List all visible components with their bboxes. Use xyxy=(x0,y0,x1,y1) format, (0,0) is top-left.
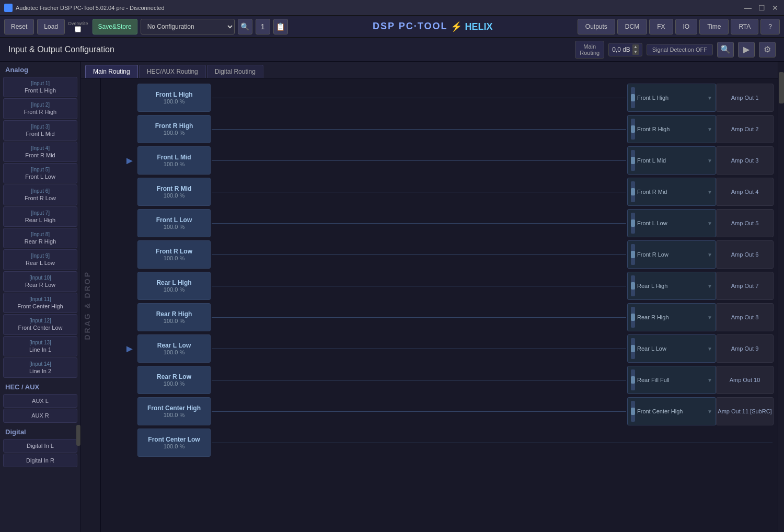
output-block-3[interactable]: Front R Mid▼ xyxy=(627,178,716,206)
output-slider[interactable] xyxy=(631,181,635,202)
db-down-button[interactable]: ▼ xyxy=(632,50,639,55)
tab-io[interactable]: IO xyxy=(675,19,698,34)
sidebar-item-2[interactable]: [Input 3]Front L Mid xyxy=(3,120,77,141)
output-slider[interactable] xyxy=(631,244,635,265)
tab-main-routing[interactable]: Main Routing xyxy=(85,65,138,78)
input-pct: 100.0 % xyxy=(164,286,185,293)
output-dropdown[interactable]: Front L Mid xyxy=(637,157,705,164)
memory-icon-button[interactable]: 📋 xyxy=(273,19,288,34)
input-block-9[interactable]: Rear R Low 100.0 % xyxy=(137,366,211,394)
sidebar-item-7[interactable]: [Input 8]Rear R High xyxy=(3,228,77,248)
channel-button[interactable]: 1 xyxy=(256,19,270,34)
output-block-2[interactable]: Front L Mid▼ xyxy=(627,146,716,175)
input-block-8[interactable]: Rear L Low 100.0 % xyxy=(137,334,211,363)
sidebar-aux-item-0[interactable]: AUX L xyxy=(3,394,77,408)
overwrite-checkbox[interactable] xyxy=(75,26,81,32)
output-dropdown[interactable]: Rear R High xyxy=(637,314,705,320)
sidebar-item-0[interactable]: [Input 1]Front L High xyxy=(3,77,77,97)
input-block-6[interactable]: Rear L High 100.0 % xyxy=(137,272,211,300)
sidebar-digital-item-0[interactable]: Digital In L xyxy=(3,439,77,453)
output-slider[interactable] xyxy=(631,307,635,328)
search-icon-button[interactable]: 🔍 xyxy=(238,19,252,34)
output-slider[interactable] xyxy=(631,338,635,359)
tab-time[interactable]: Time xyxy=(699,19,729,34)
tab-hec-aux-routing[interactable]: HEC/AUX Routing xyxy=(139,65,206,78)
output-slider[interactable] xyxy=(631,87,635,108)
save-store-button[interactable]: Save&Store xyxy=(93,19,137,34)
output-dropdown[interactable]: Rear Fill Full xyxy=(637,377,705,383)
sidebar-item-1[interactable]: [Input 2]Front R High xyxy=(3,98,77,119)
output-slider[interactable] xyxy=(631,119,635,140)
output-dropdown[interactable]: Rear L Low xyxy=(637,345,705,352)
amp-out-label-10: Amp Out 11 [SubRC] xyxy=(716,397,774,425)
sidebar-item-5[interactable]: [Input 6]Front R Low xyxy=(3,184,77,205)
sidebar-item-9[interactable]: [Input 10]Rear R Low xyxy=(3,271,77,292)
input-block-5[interactable]: Front R Low 100.0 % xyxy=(137,240,211,269)
output-block-9[interactable]: Rear Fill Full▼ xyxy=(627,366,716,394)
input-block-1[interactable]: Front R High 100.0 % xyxy=(137,115,211,143)
output-slider[interactable] xyxy=(631,401,635,422)
sidebar-item-4[interactable]: [Input 5]Front L Low xyxy=(3,163,77,183)
output-block-6[interactable]: Rear L High▼ xyxy=(627,272,716,300)
tab-dcm[interactable]: DCM xyxy=(617,19,647,34)
output-block-7[interactable]: Rear R High▼ xyxy=(627,303,716,331)
output-dropdown[interactable]: Front R Low xyxy=(637,251,705,258)
signal-search-button[interactable]: 🔍 xyxy=(717,42,734,57)
scrollbar-thumb[interactable] xyxy=(779,72,784,103)
sidebar-item-11[interactable]: [Input 12]Front Center Low xyxy=(3,314,77,334)
reset-button[interactable]: Reset xyxy=(4,19,34,34)
tab-fx[interactable]: FX xyxy=(649,19,673,34)
output-slider[interactable] xyxy=(631,275,635,296)
load-button[interactable]: Load xyxy=(37,19,65,34)
sidebar-item-13[interactable]: [Input 14]Line In 2 xyxy=(3,357,77,378)
sidebar-digital-item-1[interactable]: Digital In R xyxy=(3,454,77,467)
tab-digital-routing[interactable]: Digital Routing xyxy=(207,65,263,78)
config-dropdown[interactable]: No Configuration xyxy=(141,19,235,34)
close-button[interactable]: ✕ xyxy=(770,3,780,13)
output-dropdown[interactable]: Front L Low xyxy=(637,220,705,226)
equalizer-button[interactable]: ⚙ xyxy=(759,42,776,57)
input-block-10[interactable]: Front Center High 100.0 % xyxy=(137,397,211,425)
db-input-area[interactable]: 0,0 dB ▲ ▼ xyxy=(608,43,642,56)
output-slider[interactable] xyxy=(631,213,635,234)
input-block-2[interactable]: Front L Mid 100.0 % xyxy=(137,146,211,175)
output-dropdown[interactable]: Rear L High xyxy=(637,283,705,289)
sidebar-aux-item-1[interactable]: AUX R xyxy=(3,409,77,422)
minimize-button[interactable]: — xyxy=(743,3,753,13)
output-dropdown[interactable]: Front L High xyxy=(637,95,705,101)
sidebar-item-6[interactable]: [Input 7]Rear L High xyxy=(3,206,77,227)
output-block-10[interactable]: Front Center High▼ xyxy=(627,397,716,425)
dropdown-arrow-icon: ▼ xyxy=(707,158,712,164)
input-block-7[interactable]: Rear R High 100.0 % xyxy=(137,303,211,331)
output-block-8[interactable]: Rear L Low▼ xyxy=(627,334,716,363)
output-dropdown[interactable]: Front R High xyxy=(637,126,705,132)
maximize-button[interactable]: ☐ xyxy=(757,3,766,13)
sidebar-item-10[interactable]: [Input 11]Front Center High xyxy=(3,293,77,313)
output-dropdown[interactable]: Front Center High xyxy=(637,408,705,414)
db-up-button[interactable]: ▲ xyxy=(632,44,639,50)
sidebar-item-12[interactable]: [Input 13]Line In 1 xyxy=(3,336,77,356)
output-block-4[interactable]: Front L Low▼ xyxy=(627,209,716,237)
output-block-0[interactable]: Front L High▼ xyxy=(627,84,716,112)
output-slider-thumb xyxy=(631,188,635,195)
output-block-1[interactable]: Front R High▼ xyxy=(627,115,716,143)
routing-row: ► Front L Mid 100.0 % Front L Mid▼Amp Ou… xyxy=(122,145,774,176)
output-dropdown[interactable]: Front R Mid xyxy=(637,189,705,195)
output-block-5[interactable]: Front R Low▼ xyxy=(627,240,716,269)
tab-help[interactable]: ? xyxy=(760,19,780,34)
play-button[interactable]: ▶ xyxy=(738,42,755,57)
output-slider[interactable] xyxy=(631,150,635,171)
connection-line xyxy=(212,160,626,161)
input-block-4[interactable]: Front L Low 100.0 % xyxy=(137,209,211,237)
sidebar-item-8[interactable]: [Input 9]Rear L Low xyxy=(3,249,77,270)
input-pct: 100.0 % xyxy=(164,255,185,261)
output-slider[interactable] xyxy=(631,369,635,390)
tab-rta[interactable]: RTA xyxy=(731,19,758,34)
drag-drop-area: DRAG & DROP xyxy=(81,78,101,532)
tab-outputs[interactable]: Outputs xyxy=(578,19,615,34)
input-block-3[interactable]: Front R Mid 100.0 % xyxy=(137,178,211,206)
input-block-0[interactable]: Front L High 100.0 % xyxy=(137,84,211,112)
sidebar-item-3[interactable]: [Input 4]Front R Mid xyxy=(3,142,77,162)
main-scrollbar[interactable] xyxy=(778,62,784,532)
input-block-11[interactable]: Front Center Low 100.0 % xyxy=(137,429,211,457)
